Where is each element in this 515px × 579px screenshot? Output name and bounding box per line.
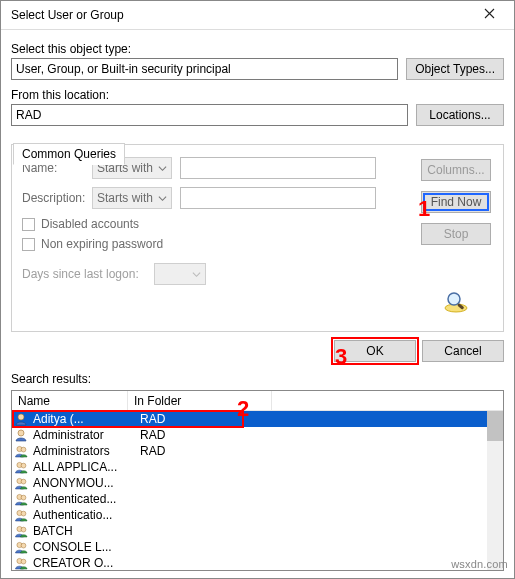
close-icon bbox=[484, 8, 495, 22]
object-types-button[interactable]: Object Types... bbox=[406, 58, 504, 80]
description-value-input[interactable] bbox=[180, 187, 376, 209]
chevron-down-icon bbox=[192, 268, 201, 282]
footer-buttons: OK Cancel bbox=[1, 336, 514, 370]
titlebar: Select User or Group bbox=[1, 1, 514, 30]
table-row[interactable]: Authenticatio... bbox=[12, 507, 503, 523]
chevron-down-icon bbox=[158, 162, 167, 176]
group-icon bbox=[14, 508, 28, 522]
table-row[interactable]: ANONYMOU... bbox=[12, 475, 503, 491]
group-icon bbox=[14, 556, 28, 570]
advanced-search-icon[interactable] bbox=[442, 289, 470, 313]
result-name: Aditya (... bbox=[33, 412, 129, 426]
result-name: Administrator bbox=[33, 428, 129, 442]
find-now-button[interactable]: Find Now bbox=[421, 191, 491, 213]
result-name: CREATOR O... bbox=[33, 556, 129, 570]
non-expiring-password-checkbox[interactable]: Non expiring password bbox=[22, 237, 415, 251]
results-rows[interactable]: Aditya (...RADAdministratorRADAdministra… bbox=[12, 411, 503, 570]
column-header-name[interactable]: Name bbox=[12, 391, 128, 411]
search-results-label: Search results: bbox=[1, 370, 514, 390]
common-queries-tabcontrol: Common Queries Name: Starts with Descrip… bbox=[11, 144, 504, 332]
description-label: Description: bbox=[22, 191, 84, 205]
cancel-button[interactable]: Cancel bbox=[422, 340, 504, 362]
result-name: ANONYMOU... bbox=[33, 476, 129, 490]
group-icon bbox=[14, 524, 28, 538]
days-since-last-logon-label: Days since last logon: bbox=[22, 267, 140, 281]
window-title: Select User or Group bbox=[11, 8, 467, 22]
result-name: CONSOLE L... bbox=[33, 540, 129, 554]
result-name: ALL APPLICA... bbox=[33, 460, 129, 474]
group-icon bbox=[14, 476, 28, 490]
table-row[interactable]: Authenticated... bbox=[12, 491, 503, 507]
chevron-down-icon bbox=[158, 192, 167, 206]
object-type-input[interactable] bbox=[11, 58, 398, 80]
days-select[interactable] bbox=[154, 263, 206, 285]
table-row[interactable]: ALL APPLICA... bbox=[12, 459, 503, 475]
svg-point-1 bbox=[448, 293, 460, 305]
stop-button[interactable]: Stop bbox=[421, 223, 491, 245]
result-name: Authenticatio... bbox=[33, 508, 129, 522]
search-results-list: Name In Folder Aditya (...RADAdministrat… bbox=[11, 390, 504, 571]
group-icon bbox=[14, 444, 28, 458]
select-user-or-group-dialog: Select User or Group Select this object … bbox=[0, 0, 515, 579]
scrollbar-thumb[interactable] bbox=[487, 411, 503, 441]
scrollbar-vertical[interactable] bbox=[487, 411, 503, 570]
column-header-folder[interactable]: In Folder bbox=[128, 391, 272, 411]
result-folder: RAD bbox=[132, 444, 272, 458]
results-header: Name In Folder bbox=[12, 391, 503, 411]
user-icon bbox=[14, 428, 28, 442]
table-row[interactable]: CONSOLE L... bbox=[12, 539, 503, 555]
group-icon bbox=[14, 540, 28, 554]
result-name: Administrators bbox=[33, 444, 129, 458]
group-icon bbox=[14, 492, 28, 506]
group-icon bbox=[14, 460, 28, 474]
locations-button[interactable]: Locations... bbox=[416, 104, 504, 126]
table-row[interactable]: BATCH bbox=[12, 523, 503, 539]
result-folder: RAD bbox=[132, 428, 272, 442]
location-input[interactable] bbox=[11, 104, 408, 126]
description-operator-select[interactable]: Starts with bbox=[92, 187, 172, 209]
close-button[interactable] bbox=[467, 1, 512, 29]
columns-button[interactable]: Columns... bbox=[421, 159, 491, 181]
disabled-accounts-checkbox[interactable]: Disabled accounts bbox=[22, 217, 415, 231]
result-folder: RAD bbox=[132, 412, 272, 426]
name-value-input[interactable] bbox=[180, 157, 376, 179]
location-label: From this location: bbox=[11, 88, 504, 102]
ok-button[interactable]: OK bbox=[334, 340, 416, 362]
result-name: Authenticated... bbox=[33, 492, 129, 506]
checkbox-icon bbox=[22, 218, 35, 231]
object-type-label: Select this object type: bbox=[11, 42, 504, 56]
table-row[interactable]: AdministratorRAD bbox=[12, 427, 503, 443]
checkbox-icon bbox=[22, 238, 35, 251]
table-row[interactable]: AdministratorsRAD bbox=[12, 443, 503, 459]
tab-common-queries[interactable]: Common Queries bbox=[13, 143, 125, 165]
table-row[interactable]: CREATOR O... bbox=[12, 555, 503, 570]
user-icon bbox=[14, 412, 28, 426]
table-row[interactable]: Aditya (...RAD bbox=[12, 411, 503, 427]
result-name: BATCH bbox=[33, 524, 129, 538]
